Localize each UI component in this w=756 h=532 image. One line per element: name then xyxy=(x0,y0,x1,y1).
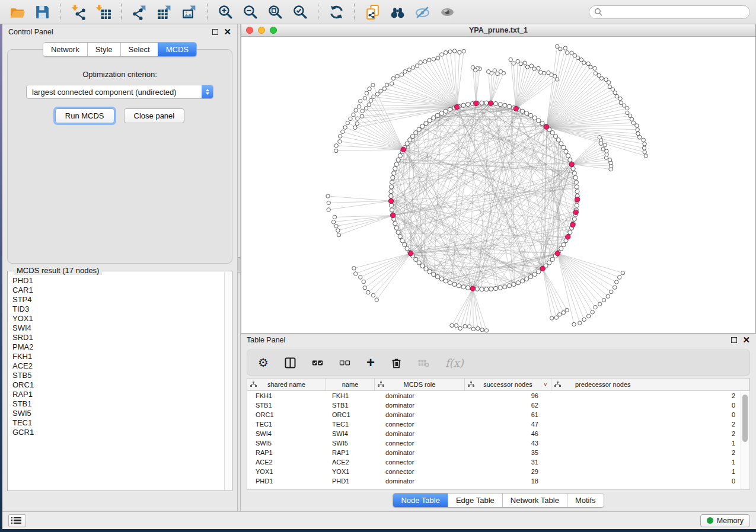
delete-column-icon[interactable] xyxy=(391,357,402,368)
table-row[interactable]: SWI4SWI4dominator462 xyxy=(247,429,749,438)
export-network-button[interactable] xyxy=(128,2,151,21)
table-row[interactable]: YOX1YOX1connector291 xyxy=(247,467,749,476)
memory-button[interactable]: Memory xyxy=(700,514,750,527)
mcds-result-item[interactable]: STP4 xyxy=(12,295,224,305)
mcds-result-item[interactable]: ACE2 xyxy=(12,361,224,371)
import-network-button[interactable] xyxy=(67,2,90,21)
table-row[interactable]: FKH1FKH1dominator962 xyxy=(247,391,749,400)
mcds-result-item[interactable]: FKH1 xyxy=(12,352,224,361)
export-table-icon xyxy=(157,4,173,20)
table-row[interactable]: SWI5SWI5connector431 xyxy=(247,438,749,448)
add-column-icon[interactable]: + xyxy=(366,357,375,368)
table-scrollbar[interactable] xyxy=(741,392,749,489)
splitter-grip[interactable] xyxy=(238,257,240,273)
tab-mcds[interactable]: MCDS xyxy=(158,43,196,56)
table-cell: TEC1 xyxy=(247,421,326,428)
run-mcds-button[interactable]: Run MCDS xyxy=(55,108,114,123)
mcds-result-item[interactable]: GCR1 xyxy=(12,428,224,437)
zoom-out-button[interactable] xyxy=(239,2,261,21)
tab-style[interactable]: Style xyxy=(87,43,120,56)
table-scrollbar-thumb[interactable] xyxy=(742,395,748,442)
tab-network[interactable]: Network xyxy=(43,43,87,56)
function-builder-icon: f(x) xyxy=(445,357,464,369)
tab-select[interactable]: Select xyxy=(120,43,158,56)
column-header-predecessor-nodes[interactable]: predecessor nodes xyxy=(551,379,749,390)
first-neighbors-button[interactable] xyxy=(386,2,409,21)
float-panel-icon[interactable] xyxy=(731,337,737,343)
column-header-successor-nodes[interactable]: successor nodes ∨ xyxy=(465,379,551,390)
mcds-result-item[interactable]: SWI5 xyxy=(12,409,224,418)
tab-edge-table[interactable]: Edge Table xyxy=(448,493,502,507)
table-cell: dominator xyxy=(375,411,465,418)
mcds-result-item[interactable]: STB1 xyxy=(12,399,224,409)
mcds-result-item[interactable]: SRD1 xyxy=(12,333,224,342)
table-cell: STB1 xyxy=(247,402,326,409)
criterion-select[interactable]: largest connected component (undirected) xyxy=(26,85,213,99)
table-cell: 31 xyxy=(465,459,551,466)
tab-network-table[interactable]: Network Table xyxy=(502,493,567,507)
tab-motifs[interactable]: Motifs xyxy=(567,493,604,507)
clone-network-button[interactable] xyxy=(361,2,384,21)
mcds-result-item[interactable]: ORC1 xyxy=(12,380,224,390)
select-all-icon[interactable] xyxy=(312,357,323,368)
column-header-mcds-role[interactable]: MCDS role xyxy=(375,379,465,390)
mcds-result-scrollbar[interactable] xyxy=(224,272,231,490)
save-session-button[interactable] xyxy=(31,2,53,21)
column-header-name[interactable]: name xyxy=(326,379,375,390)
zoom-in-button[interactable] xyxy=(214,2,237,21)
mcds-result-item[interactable]: STB5 xyxy=(12,371,224,380)
close-panel-icon[interactable]: ✕ xyxy=(224,29,231,35)
table-cell: SWI5 xyxy=(247,440,326,447)
mcds-result-item[interactable]: SWI4 xyxy=(12,323,224,333)
table-row[interactable]: TEC1TEC1connector472 xyxy=(247,419,749,429)
table-row[interactable]: RAP1RAP1dominator352 xyxy=(247,448,749,457)
table-cell: 2 xyxy=(551,392,749,399)
network-canvas[interactable] xyxy=(241,37,755,333)
zoom-selected-button[interactable] xyxy=(289,2,311,21)
open-file-button[interactable] xyxy=(6,2,28,21)
attribute-tree-icon xyxy=(554,382,561,387)
table-row[interactable]: ACE2ACE2connector311 xyxy=(247,457,749,467)
table-row[interactable]: ORC1ORC1dominator610 xyxy=(247,410,749,419)
mcds-result-item[interactable]: PMA2 xyxy=(12,342,224,352)
deselect-all-icon[interactable] xyxy=(339,357,350,368)
hide-selected-button[interactable] xyxy=(411,2,433,21)
table-row[interactable]: STB1STB1dominator620 xyxy=(247,400,749,410)
first-neighbors-icon xyxy=(390,4,406,20)
mcds-result-item[interactable]: TID3 xyxy=(12,305,224,314)
status-bar: Memory xyxy=(2,511,756,529)
close-panel-button[interactable]: Close panel xyxy=(124,108,185,123)
table-panel: Table Panel ✕ ⚙ xyxy=(241,334,756,511)
table-cell: RAP1 xyxy=(247,449,326,456)
refresh-layout-button[interactable] xyxy=(325,2,347,21)
search-input[interactable] xyxy=(605,8,745,16)
export-table-button[interactable] xyxy=(153,2,176,21)
mcds-result-item[interactable]: RAP1 xyxy=(12,390,224,399)
export-image-button[interactable] xyxy=(178,2,200,21)
tab-node-table[interactable]: Node Table xyxy=(393,493,448,507)
table-cell: FKH1 xyxy=(247,392,326,399)
column-chooser-icon[interactable] xyxy=(285,357,296,368)
table-row[interactable]: PHD1PHD1dominator180 xyxy=(247,476,749,486)
show-all-button[interactable] xyxy=(436,2,458,21)
search-field[interactable] xyxy=(589,5,750,19)
table-cell: SWI5 xyxy=(326,440,375,447)
mcds-result-item[interactable]: TEC1 xyxy=(12,418,224,428)
table-cell: ACE2 xyxy=(247,459,326,466)
float-panel-icon[interactable] xyxy=(212,29,218,35)
task-history-button[interactable] xyxy=(8,514,26,527)
panel-splitter[interactable] xyxy=(237,24,241,511)
table-cell: YOX1 xyxy=(247,468,326,475)
close-panel-icon[interactable]: ✕ xyxy=(742,337,750,343)
zoom-fit-button[interactable] xyxy=(264,2,286,21)
mcds-result-item[interactable]: PHD1 xyxy=(12,276,224,286)
mcds-result-list[interactable]: PHD1CAR1STP4TID3YOX1SWI4SRD1PMA2FKH1ACE2… xyxy=(12,276,224,489)
column-header-shared-name[interactable]: shared name xyxy=(247,379,326,390)
table-settings-icon[interactable]: ⚙ xyxy=(258,357,269,368)
zoom-in-icon xyxy=(218,4,234,20)
import-table-button[interactable] xyxy=(92,2,114,21)
mcds-result-item[interactable]: CAR1 xyxy=(12,286,224,295)
network-view-titlebar[interactable]: YPA_prune.txt_1 xyxy=(241,24,755,37)
mcds-result-item[interactable]: YOX1 xyxy=(12,314,224,323)
table-cell: 35 xyxy=(465,449,551,456)
